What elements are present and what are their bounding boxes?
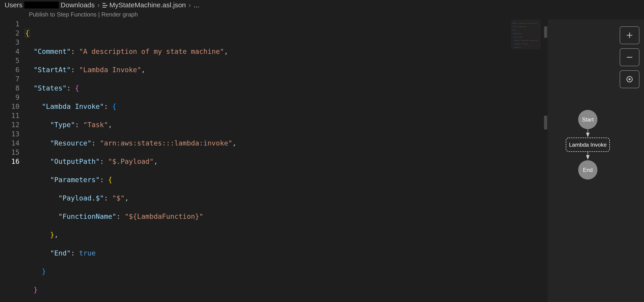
line-number: 7	[0, 74, 20, 84]
json-key: "Comment"	[34, 47, 71, 55]
json-key: "Lambda Invoke"	[42, 102, 104, 110]
breadcrumb: Users Downloads › MyStateMachine.asl.jso…	[0, 0, 644, 10]
json-key: "Resource"	[50, 139, 92, 147]
zoom-in-button[interactable]	[620, 26, 640, 44]
brace-open: {	[112, 102, 116, 110]
json-string: "A description of my state machine"	[79, 47, 224, 55]
line-number: 12	[0, 120, 20, 129]
json-key: "End"	[50, 249, 71, 257]
line-number: 9	[0, 93, 20, 102]
breadcrumb-redacted	[24, 1, 59, 8]
line-number: 11	[0, 111, 20, 120]
plus-icon	[626, 31, 634, 39]
json-key: "StartAt"	[34, 66, 71, 74]
json-key: "States"	[34, 84, 67, 92]
json-string: "Lambda Invoke"	[79, 66, 141, 74]
json-bool: true	[79, 249, 96, 257]
render-graph-link[interactable]: Render graph	[101, 11, 138, 18]
json-string: "${LambdaFunction}"	[125, 212, 204, 220]
task-node-label: Lambda Invoke	[569, 142, 606, 148]
line-number: 1	[0, 19, 20, 29]
json-key: "Parameters"	[50, 176, 100, 184]
minimap[interactable]: "Comment": "A description of my state ma…	[511, 19, 541, 49]
graph-pane: Start Lambda Invoke End	[548, 19, 644, 302]
codelens-separator: |	[96, 11, 101, 18]
breadcrumb-downloads[interactable]: Downloads	[60, 1, 94, 9]
json-string: "$.Payload"	[108, 157, 154, 165]
minus-icon	[626, 53, 634, 61]
json-key: "FunctionName"	[58, 212, 116, 220]
json-key: "OutputPath"	[50, 157, 100, 165]
chevron-right-icon: ›	[188, 1, 191, 9]
code-area[interactable]: { "Comment": "A description of my state …	[25, 19, 541, 302]
target-icon	[626, 75, 634, 83]
line-number: 16	[0, 157, 20, 166]
line-number: 5	[0, 56, 20, 65]
line-number: 4	[0, 47, 20, 56]
json-key: "Payload.$"	[58, 194, 104, 202]
brace-open: {	[108, 176, 112, 184]
breadcrumb-ellipsis[interactable]: ...	[194, 1, 199, 9]
graph-controls	[620, 26, 640, 88]
json-string: "arn:aws:states:::lambda:invoke"	[100, 139, 232, 147]
line-number: 6	[0, 65, 20, 74]
brace-close: }	[34, 286, 38, 294]
line-number: 8	[0, 84, 20, 93]
editor-pane[interactable]: 1 2 3 4 5 6 7 8 9 10 11 12 13 14 15 16 {…	[0, 19, 548, 302]
line-number: 14	[0, 139, 20, 148]
chevron-right-icon: ›	[98, 1, 100, 9]
line-number: 13	[0, 129, 20, 139]
breadcrumb-users[interactable]: Users	[4, 1, 22, 9]
line-number: 2	[0, 29, 20, 38]
brace-open: {	[25, 29, 30, 37]
scrollbar-thumb[interactable]	[544, 116, 547, 129]
json-file-icon	[102, 3, 108, 7]
breadcrumb-file[interactable]: MyStateMachine.asl.json	[110, 1, 186, 9]
line-number: 3	[0, 38, 20, 47]
editor-scrollbar[interactable]	[541, 19, 548, 302]
zoom-out-button[interactable]	[620, 48, 640, 66]
end-node-label: End	[583, 167, 593, 173]
start-node-label: Start	[582, 116, 594, 123]
brace-close: }	[42, 267, 46, 276]
publish-link[interactable]: Publish to Step Functions	[29, 11, 96, 18]
center-button[interactable]	[620, 70, 640, 88]
line-gutter: 1 2 3 4 5 6 7 8 9 10 11 12 13 14 15 16	[0, 19, 25, 302]
brace-close: }	[50, 231, 54, 239]
json-string: "Task"	[83, 121, 108, 129]
line-number: 15	[0, 148, 20, 157]
brace-open: {	[75, 84, 79, 92]
codelens-bar: Publish to Step Functions | Render graph	[0, 10, 644, 19]
line-number: 10	[0, 102, 20, 111]
json-string: "$"	[112, 194, 124, 202]
scrollbar-thumb[interactable]	[544, 26, 547, 38]
json-key: "Type"	[50, 121, 75, 129]
svg-point-5	[629, 78, 630, 80]
